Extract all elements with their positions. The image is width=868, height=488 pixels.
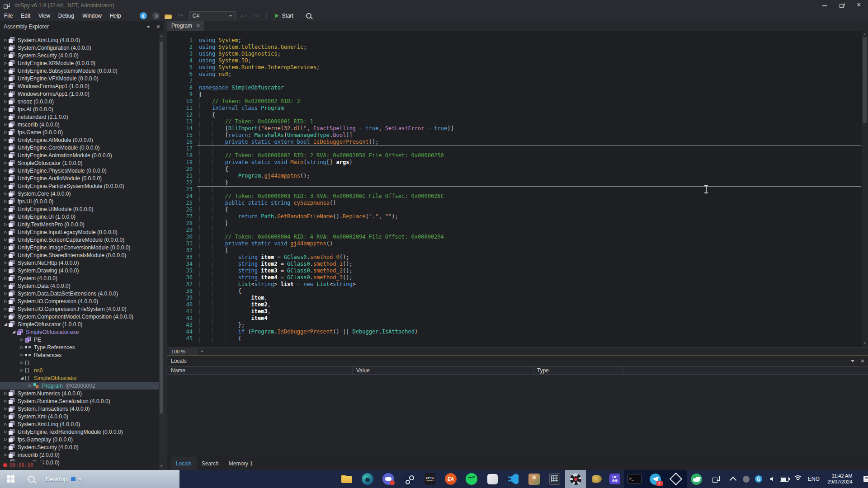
expand-arrow-icon[interactable] [27, 382, 33, 389]
tree-item[interactable]: Type References [0, 343, 159, 351]
assembly-tree[interactable]: System.Xml.Linq (4.0.0.0)System.Configur… [0, 33, 159, 470]
tree-item[interactable]: System.Xml.Linq (4.0.0.0) [0, 36, 159, 44]
expand-arrow-icon[interactable] [3, 113, 9, 121]
tree-item-selected[interactable]: Program@02000002 [0, 382, 159, 389]
tray-app-g[interactable]: G [752, 470, 765, 488]
expand-arrow-icon[interactable] [3, 274, 9, 282]
close-button-icon[interactable] [856, 3, 863, 8]
tree-item[interactable]: System.Data (4.0.0.0) [0, 282, 159, 290]
desktop-toolbar-label[interactable]: Desktop [46, 476, 67, 483]
tree-item[interactable]: - [0, 359, 159, 366]
tree-item[interactable]: System.Net.Http (4.0.0.0) [0, 259, 159, 267]
tree-item[interactable]: UnityEngine.TextRenderingModule (0.0.0.0… [0, 428, 159, 436]
expand-arrow-icon[interactable] [3, 136, 9, 144]
start-button[interactable] [7, 475, 14, 483]
bottom-tab-search[interactable]: Search [197, 457, 224, 470]
tree-item[interactable]: System.ComponentModel.Composition (4.0.0… [0, 313, 159, 320]
tree-item[interactable]: System.Data.DataSetExtensions (4.0.0.0) [0, 290, 159, 297]
undo-button[interactable] [239, 11, 248, 20]
expand-arrow-icon[interactable] [3, 190, 9, 197]
tree-item[interactable]: fps.Game (0.0.0.0) [0, 128, 159, 136]
expand-arrow-icon[interactable] [19, 336, 25, 343]
chevron-down-icon[interactable] [199, 348, 205, 355]
tree-item[interactable]: System.Security (4.0.0.0) [0, 52, 159, 59]
tree-item[interactable]: fps.UI (0.0.0.0) [0, 197, 159, 205]
editor-scrollbar[interactable] [862, 31, 868, 347]
tree-item[interactable]: System.IO.Compression.FileSystem (4.0.0.… [0, 305, 159, 313]
tree-item[interactable]: WindowsFormsApp1 (1.0.0.0) [0, 90, 159, 98]
zoom-level-select[interactable]: 100 % [169, 348, 198, 355]
toolbar-overflow-chevrons[interactable]: » [78, 476, 81, 482]
tree-item[interactable]: System.Configuration (4.0.0.0) [0, 44, 159, 52]
tree-item[interactable]: UnityEngine.XRModule (0.0.0.0) [0, 59, 159, 67]
panel-close-icon[interactable] [156, 23, 160, 30]
expand-arrow-icon[interactable] [3, 251, 9, 259]
tree-item[interactable]: UnityEngine.ScreenCaptureModule (0.0.0.0… [0, 236, 159, 244]
tree-item[interactable]: System.Drawing (4.0.0.0) [0, 267, 159, 274]
menu-window[interactable]: Window [78, 11, 106, 21]
tree-item[interactable]: System.Xml (4.0.0.0) [0, 413, 159, 420]
locals-header[interactable]: Locals [167, 356, 868, 366]
taskbar-app-discord[interactable] [378, 470, 399, 488]
scroll-up-icon[interactable] [160, 34, 163, 38]
locals-column-name[interactable]: Name [167, 366, 353, 374]
expand-arrow-icon[interactable] [3, 297, 9, 305]
expand-arrow-icon[interactable] [3, 420, 9, 428]
tree-item[interactable]: System.Security (4.0.0.0) [0, 443, 159, 451]
taskbar-app-vscode[interactable] [503, 470, 524, 488]
redo-button[interactable] [252, 11, 261, 20]
tree-item[interactable]: UnityEngine.UI (1.0.0.0) [0, 213, 159, 221]
tray-network[interactable] [791, 470, 805, 488]
expand-arrow-icon[interactable] [3, 244, 9, 251]
expand-arrow-icon[interactable] [3, 144, 9, 151]
expand-arrow-icon[interactable] [3, 389, 9, 397]
tree-item[interactable]: System (4.0.0.0) [0, 274, 159, 282]
scroll-down-icon[interactable] [863, 342, 867, 345]
panel-splitter[interactable] [164, 21, 167, 470]
tray-notifications[interactable]: 6 [857, 470, 868, 488]
expand-arrow-icon[interactable] [3, 82, 9, 90]
tree-item[interactable]: WindowsFormsApp1 (1.0.0.0) [0, 82, 159, 90]
tray-app-circle[interactable] [740, 470, 752, 488]
expand-arrow-icon[interactable] [3, 197, 9, 205]
expand-arrow-icon[interactable] [3, 121, 9, 128]
tree-scrollbar[interactable] [159, 33, 164, 470]
expand-arrow-icon[interactable] [3, 105, 9, 113]
expand-arrow-icon[interactable] [19, 366, 25, 374]
expand-arrow-icon[interactable] [3, 44, 9, 52]
tree-item[interactable]: SimpleObfuscator (1.0.0.0) [0, 159, 159, 167]
tree-item[interactable]: System.Transactions (4.0.0.0) [0, 405, 159, 413]
tray-volume[interactable] [765, 470, 778, 488]
bottom-tab-locals[interactable]: Locals [171, 457, 197, 470]
expand-arrow-icon[interactable] [3, 36, 9, 44]
expand-arrow-icon[interactable] [3, 151, 9, 159]
expand-arrow-icon[interactable] [3, 167, 9, 174]
expand-arrow-icon[interactable] [3, 98, 9, 105]
tree-item[interactable]: UnityEngine.ParticleSystemModule (0.0.0.… [0, 182, 159, 190]
expand-arrow-icon[interactable] [3, 75, 9, 82]
navigate-back-button[interactable] [139, 11, 148, 20]
taskbar-app-notes[interactable] [482, 470, 503, 488]
taskbar-app-file-explorer[interactable] [336, 470, 357, 488]
menu-file[interactable]: File [0, 11, 17, 21]
locals-column-value[interactable]: Value [353, 366, 533, 374]
expand-arrow-icon[interactable] [3, 159, 9, 167]
taskbar-app-mint[interactable] [686, 470, 706, 488]
taskbar-app-terminal[interactable]: >_ [624, 470, 645, 488]
taskbar-app-steam[interactable] [399, 470, 420, 488]
locals-column-type[interactable]: Type [533, 366, 623, 374]
expand-arrow-icon[interactable] [3, 305, 9, 313]
expand-arrow-icon[interactable] [3, 228, 9, 236]
scroll-up-icon[interactable] [863, 33, 867, 36]
tree-item[interactable]: UnityEngine.AIModule (0.0.0.0) [0, 136, 159, 144]
search-icon[interactable] [306, 13, 311, 19]
expand-arrow-icon[interactable] [3, 267, 9, 274]
taskbar-search-icon[interactable] [28, 476, 35, 483]
expand-arrow-icon[interactable] [3, 259, 9, 267]
tree-item[interactable]: ns0 [0, 366, 159, 374]
expand-arrow-icon[interactable] [3, 205, 9, 213]
taskbar-app-ea[interactable]: EA [440, 470, 461, 488]
tree-item[interactable]: UnityEngine.AnimationModule (0.0.0.0) [0, 151, 159, 159]
taskbar-app-opgg[interactable]: OPGG [606, 470, 624, 488]
tree-item[interactable]: System.Numerics (4.0.0.0) [0, 389, 159, 397]
